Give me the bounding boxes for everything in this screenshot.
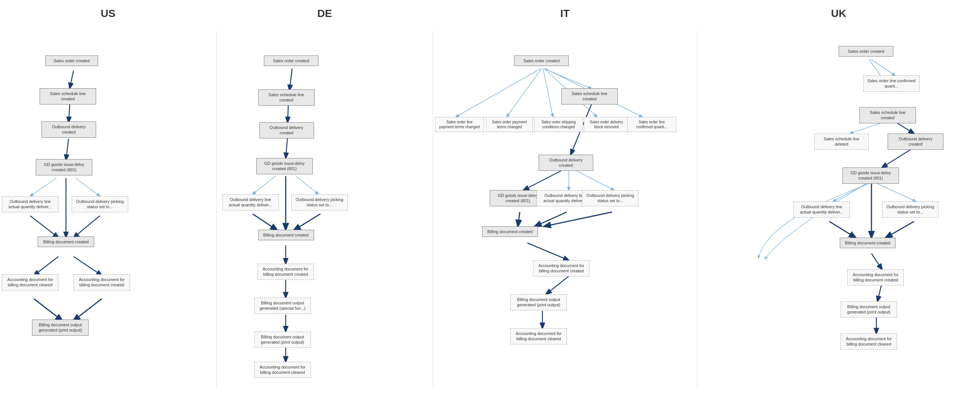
node-it3c: Sales order shipping conditions changed (534, 117, 583, 132)
svg-line-1 (68, 104, 70, 122)
section-title-us: US (101, 8, 115, 20)
svg-line-8 (34, 257, 59, 275)
node-it11: Accounting document for billing document… (511, 328, 567, 344)
section-it: IT (433, 8, 697, 396)
section-title-it: IT (560, 8, 570, 20)
svg-line-49 (886, 222, 914, 238)
node-it8: Billing document created (482, 226, 538, 237)
node-de5: Outbound delivery line actual quantity d… (223, 194, 279, 211)
svg-line-44 (882, 150, 910, 168)
node-de9: Billing document output generated (speci… (255, 298, 311, 314)
node-uk5: Outbound delivery line actual quantity d… (794, 201, 850, 218)
svg-line-38 (546, 276, 569, 294)
section-title-uk: UK (831, 8, 846, 20)
node-uk4: GD goods issue:delvy created (601) (842, 168, 899, 184)
node-us2: Sales schedule line created (40, 88, 96, 104)
svg-line-9 (73, 257, 102, 275)
svg-line-10 (34, 299, 62, 321)
svg-line-40 (871, 59, 895, 75)
section-de: DE (217, 8, 433, 396)
svg-line-34 (518, 212, 520, 226)
node-de3: Outbound delivery created (259, 122, 314, 139)
svg-line-11 (73, 299, 102, 321)
node-it9: Accounting document for billing document… (533, 260, 590, 276)
page-container: US (0, 0, 980, 404)
svg-line-7 (73, 216, 100, 238)
node-de6: Outbound delivery picking status set to.… (291, 194, 348, 211)
node-de11: Accounting document for billing document… (255, 362, 311, 378)
svg-line-51 (878, 286, 881, 302)
node-uk10: Accounting document for billing document… (840, 334, 897, 350)
node-de1: Sales order created (264, 56, 318, 66)
svg-line-26 (507, 69, 542, 117)
svg-line-48 (829, 222, 856, 238)
svg-line-13 (288, 104, 288, 122)
svg-line-15 (253, 176, 275, 194)
svg-line-31 (523, 170, 563, 190)
diagram-uk: Sales order created Sales order line con… (697, 27, 980, 385)
svg-line-45 (833, 184, 866, 201)
svg-line-2 (66, 139, 68, 160)
node-de10: Billing document output generated (print… (255, 332, 311, 348)
node-us3: Outbound delivery created (41, 121, 96, 138)
svg-line-4 (75, 178, 100, 196)
node-uk2b: Sales schedule line created (859, 107, 916, 123)
svg-line-27 (543, 69, 553, 117)
node-it3b: Sales order payment terms changed (486, 117, 533, 132)
node-it1: Sales order created (514, 56, 569, 66)
node-it4: Outbound delivery created (539, 155, 593, 171)
svg-line-16 (296, 176, 318, 194)
svg-line-50 (872, 254, 882, 269)
node-us9: Accounting document for billing document… (73, 274, 130, 291)
section-uk: UK (697, 8, 980, 396)
section-us: US (0, 8, 216, 396)
node-uk8: Accounting document for billing document… (847, 269, 904, 286)
node-us7: Billing document created (38, 236, 94, 247)
svg-line-19 (294, 214, 320, 230)
node-it3d: Sales order delivery block removed (584, 117, 629, 132)
svg-line-0 (70, 70, 73, 88)
node-uk7: Billing document created (840, 238, 896, 248)
node-it3a: Sales order line payment terms changed (435, 117, 484, 132)
node-us10: Billing document output generated (print… (32, 319, 89, 336)
node-us8: Accounting document for billing document… (2, 274, 59, 291)
diagram-us: Sales order created Sales schedule line … (0, 27, 216, 385)
svg-line-46 (878, 184, 916, 201)
node-it10: Billing document output generated (print… (511, 294, 567, 310)
node-uk1: Sales order created (838, 46, 893, 57)
node-uk2a: Sales order line confirmed quant... (863, 75, 920, 92)
svg-line-25 (456, 69, 541, 117)
svg-line-36 (544, 212, 612, 226)
svg-line-3 (30, 178, 57, 196)
node-it3e: Sales order line confirmed quanti... (627, 117, 676, 132)
node-uk3a: Sales schedule line deleted (814, 134, 869, 150)
node-it2: Sales schedule line created (561, 88, 618, 104)
svg-line-24 (544, 69, 592, 89)
section-title-de: DE (317, 8, 332, 20)
diagram-it: Sales order created Sales schedule line … (433, 27, 697, 385)
svg-line-14 (286, 137, 288, 158)
svg-line-12 (290, 69, 292, 90)
node-de4: GD goods issue:delvy created (601) (256, 158, 313, 174)
svg-line-18 (253, 214, 277, 230)
node-us1: Sales order created (45, 56, 98, 66)
node-de8: Accounting document for billing document… (258, 263, 314, 280)
svg-line-37 (527, 243, 569, 260)
node-us6: Outbound delivery picking status set to.… (72, 196, 128, 212)
svg-line-35 (535, 212, 567, 226)
node-de2: Sales schedule line created (258, 89, 315, 105)
node-us5: Outbound delivery line actual quantity d… (2, 196, 59, 212)
svg-line-33 (574, 170, 614, 190)
node-us4: GD goods issue:delvy created (601) (36, 159, 92, 176)
node-uk6: Outbound delivery picking status set to.… (882, 201, 939, 218)
node-uk3b: Outbound delivery created (888, 134, 943, 150)
node-it7: Outbound delivery picking status set to.… (582, 190, 638, 206)
node-uk9: Billing document output generated (print… (840, 302, 897, 318)
svg-line-6 (30, 216, 59, 238)
node-de7: Billing document created (258, 230, 314, 240)
diagram-de: Sales order created Sales schedule line … (217, 27, 433, 385)
